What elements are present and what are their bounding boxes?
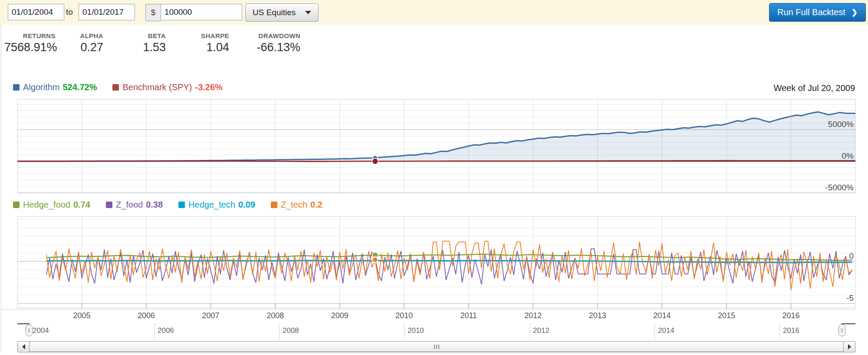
x-axis-year-label: 2005 <box>73 311 91 320</box>
x-axis-year-label: 2012 <box>524 311 542 320</box>
arrow-left-icon <box>22 344 25 349</box>
returns-plot-area[interactable] <box>17 99 855 193</box>
x-axis-year-label: 2009 <box>331 311 349 320</box>
factors-plot-area[interactable] <box>17 217 855 308</box>
navigator-left-handle[interactable] <box>26 324 33 336</box>
factors-chart: 0-5 <box>17 217 855 308</box>
scrollbar-left-arrow[interactable] <box>17 341 30 352</box>
charts-canvas: 5000%0%-5000%0-5200520062007200820092010… <box>0 0 868 355</box>
x-axis-year-label: 2007 <box>202 311 220 320</box>
navigator-right-handle[interactable] <box>838 324 845 336</box>
x-axis-year-label: 2014 <box>653 311 671 320</box>
page-left-border <box>1 25 1 352</box>
x-axis-year-label: 2011 <box>460 311 477 320</box>
arrow-right-icon <box>848 344 851 349</box>
scrollbar-right-arrow[interactable] <box>843 341 855 352</box>
x-axis-year-label: 2006 <box>138 311 155 320</box>
scrollbar-thumb[interactable] <box>29 341 844 352</box>
horizontal-scrollbar <box>17 341 855 352</box>
x-axis-year-label: 2010 <box>395 311 413 320</box>
returns-chart: 5000%0%-5000% <box>17 99 855 193</box>
x-axis-year-label: 2008 <box>266 311 284 320</box>
x-axis-year-label: 2016 <box>782 311 799 320</box>
x-axis-year-label: 2015 <box>718 311 735 320</box>
x-axis-year-label: 2013 <box>589 311 606 320</box>
